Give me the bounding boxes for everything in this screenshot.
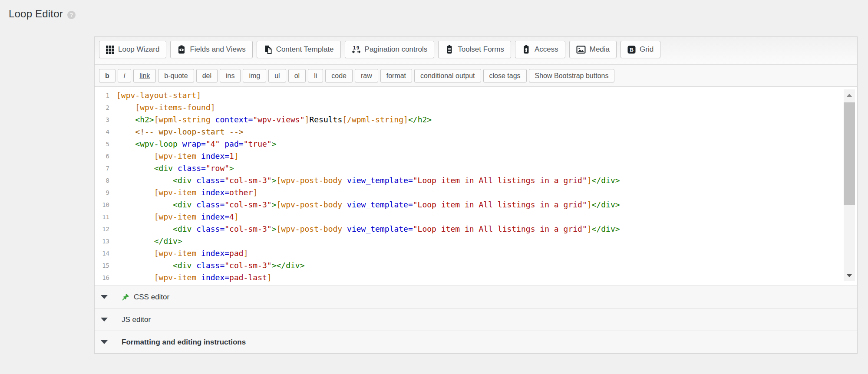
quicktag-close-tags-button[interactable]: close tags bbox=[483, 69, 527, 82]
line-number: 8 bbox=[95, 174, 109, 187]
line-number: 6 bbox=[95, 150, 109, 162]
button-label: Toolset Forms bbox=[458, 45, 504, 54]
fields-and-views-button[interactable]: Fields and Views bbox=[170, 41, 252, 58]
code-text[interactable]: [wpv-layout-start] [wpv-items-found] <h2… bbox=[114, 87, 857, 285]
line-number-gutter: 1234567891011121314151617 bbox=[95, 87, 114, 285]
panel-css-editor[interactable]: CSS editor bbox=[95, 285, 857, 308]
quicktag-ol-button[interactable]: ol bbox=[288, 69, 306, 82]
button-label: Fields and Views bbox=[190, 45, 245, 54]
quicktag-img-button[interactable]: img bbox=[243, 69, 266, 82]
collapse-toggle-icon[interactable] bbox=[101, 295, 108, 299]
code-line: [wpv-item index=pad] bbox=[116, 247, 857, 259]
code-line: <div class="col-sm-3"></div> bbox=[116, 284, 857, 285]
code-line: <wpv-loop wrap="4" pad="true"> bbox=[116, 138, 857, 150]
code-line: <!-- wpv-loop-start --> bbox=[116, 126, 857, 138]
svg-text:9: 9 bbox=[356, 45, 359, 50]
scrollbar-up-button[interactable] bbox=[844, 89, 855, 101]
quicktag-b-quote-button[interactable]: b-quote bbox=[158, 69, 194, 82]
quicktags-toolbar: bilinkb-quotedelinsimgulollicoderawforma… bbox=[95, 65, 857, 87]
bootstrap-icon: B bbox=[627, 46, 636, 54]
panel-header: Formatting and editing instructions bbox=[114, 331, 246, 353]
line-number: 13 bbox=[95, 235, 109, 247]
page-header: Loop Editor ? bbox=[9, 8, 76, 20]
button-label: Pagination controls bbox=[365, 45, 428, 54]
pin-icon bbox=[122, 293, 129, 301]
svg-text:1: 1 bbox=[353, 45, 356, 50]
loop-editor-metabox: Loop WizardFields and ViewsContent Templ… bbox=[94, 36, 858, 354]
panel-collapse-cell[interactable] bbox=[95, 308, 114, 331]
line-number: 11 bbox=[95, 211, 109, 223]
panel-label: CSS editor bbox=[134, 293, 169, 302]
page-title: Loop Editor bbox=[9, 8, 63, 20]
toolset-forms-icon bbox=[445, 45, 454, 54]
code-line: <div class="col-sm-3">[wpv-post-body vie… bbox=[116, 199, 857, 211]
quicktag-b-button[interactable]: b bbox=[99, 69, 116, 82]
quicktag-i-button[interactable]: i bbox=[118, 69, 132, 82]
line-number: 10 bbox=[95, 199, 109, 211]
button-label: Grid bbox=[640, 45, 653, 54]
collapsible-panels: CSS editorJS editorFormatting and editin… bbox=[95, 285, 857, 353]
media-icon bbox=[576, 46, 586, 54]
fields-and-views-icon bbox=[177, 45, 186, 54]
grid-button[interactable]: BGrid bbox=[620, 41, 660, 58]
loop-wizard-button[interactable]: Loop Wizard bbox=[99, 41, 166, 58]
code-line: [wpv-item index=1] bbox=[116, 150, 857, 162]
code-line: <h2>[wpml-string context="wpv-views"]Res… bbox=[116, 114, 857, 126]
scrollbar-thumb[interactable] bbox=[844, 102, 855, 205]
quicktag-show-bootstrap-buttons-button[interactable]: Show Bootstrap buttons bbox=[529, 69, 615, 82]
grid-icon bbox=[106, 46, 114, 54]
button-label: Loop Wizard bbox=[118, 45, 159, 54]
panel-js-editor[interactable]: JS editor bbox=[95, 308, 857, 331]
quicktag-ins-button[interactable]: ins bbox=[220, 69, 241, 82]
access-icon bbox=[522, 45, 531, 54]
code-line: [wpv-items-found] bbox=[116, 102, 857, 114]
code-line: <div class="col-sm-3">[wpv-post-body vie… bbox=[116, 174, 857, 187]
line-number: 15 bbox=[95, 259, 109, 272]
editor-vertical-scrollbar[interactable] bbox=[844, 89, 855, 281]
svg-text:B: B bbox=[630, 46, 634, 53]
panel-collapse-cell[interactable] bbox=[95, 286, 114, 308]
quicktag-raw-button[interactable]: raw bbox=[355, 69, 378, 82]
quicktag-conditional-output-button[interactable]: conditional output bbox=[414, 69, 481, 82]
code-line: <div class="row"> bbox=[116, 162, 857, 174]
collapse-toggle-icon[interactable] bbox=[101, 340, 108, 344]
quicktag-li-button[interactable]: li bbox=[308, 69, 323, 82]
panel-header: CSS editor bbox=[114, 286, 169, 308]
code-line: <div class="col-sm-3"></div> bbox=[116, 259, 857, 272]
panel-header: JS editor bbox=[114, 308, 151, 331]
quicktag-del-button[interactable]: del bbox=[196, 69, 218, 82]
button-label: Media bbox=[590, 45, 610, 54]
panel-label: JS editor bbox=[122, 315, 151, 324]
line-number: 9 bbox=[95, 187, 109, 199]
panel-collapse-cell[interactable] bbox=[95, 331, 114, 353]
code-line: [wpv-layout-start] bbox=[116, 89, 857, 102]
content-template-button[interactable]: Content Template bbox=[257, 41, 341, 58]
pagination-controls-button[interactable]: 19Pagination controls bbox=[345, 41, 435, 58]
code-line: <div class="col-sm-3">[wpv-post-body vie… bbox=[116, 223, 857, 235]
panel-label: Formatting and editing instructions bbox=[122, 338, 246, 347]
line-number: 17 bbox=[95, 284, 109, 285]
content-template-icon bbox=[264, 45, 272, 54]
code-editor[interactable]: 1234567891011121314151617 [wpv-layout-st… bbox=[95, 87, 857, 285]
line-number: 14 bbox=[95, 247, 109, 259]
access-button[interactable]: Access bbox=[515, 41, 565, 58]
button-label: Content Template bbox=[276, 45, 334, 54]
arrow-down-icon bbox=[847, 274, 852, 277]
line-number: 4 bbox=[95, 126, 109, 138]
toolset-forms-button[interactable]: Toolset Forms bbox=[438, 41, 511, 58]
scrollbar-down-button[interactable] bbox=[844, 270, 855, 281]
quicktag-link-button[interactable]: link bbox=[133, 69, 156, 82]
button-label: Access bbox=[535, 45, 558, 54]
panel-formatting-and-editing-instructions[interactable]: Formatting and editing instructions bbox=[95, 331, 857, 353]
quicktag-ul-button[interactable]: ul bbox=[268, 69, 286, 82]
line-number: 2 bbox=[95, 102, 109, 114]
quicktag-format-button[interactable]: format bbox=[380, 69, 412, 82]
quicktag-code-button[interactable]: code bbox=[325, 69, 353, 82]
code-scroll-area: 1234567891011121314151617 [wpv-layout-st… bbox=[95, 87, 857, 285]
code-line: [wpv-item index=pad-last] bbox=[116, 272, 857, 284]
media-button[interactable]: Media bbox=[569, 41, 617, 58]
help-icon[interactable]: ? bbox=[67, 11, 76, 19]
editor-toolbar: Loop WizardFields and ViewsContent Templ… bbox=[95, 37, 857, 65]
line-number: 7 bbox=[95, 162, 109, 174]
collapse-toggle-icon[interactable] bbox=[101, 318, 108, 322]
